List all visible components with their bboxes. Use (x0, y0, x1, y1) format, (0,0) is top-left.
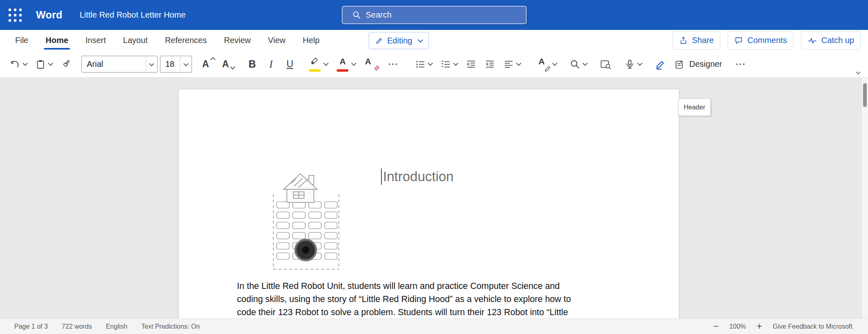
app-name[interactable]: Word (36, 9, 63, 21)
comments-label: Comments (747, 36, 787, 45)
zoom-out-button[interactable]: − (713, 322, 718, 331)
paste-button[interactable] (32, 55, 55, 74)
designer-button[interactable]: Designer (672, 55, 725, 74)
chevron-down-icon (418, 37, 423, 43)
pencil-icon (375, 36, 383, 45)
increase-indent-button[interactable] (482, 55, 498, 74)
page-search-button[interactable] (597, 55, 614, 74)
increase-indent-icon (485, 59, 495, 69)
numbering-button[interactable] (437, 55, 460, 74)
ribbon-tabs: File Home Insert Layout References Revie… (7, 30, 328, 51)
chevron-down-icon (516, 61, 521, 66)
highlight-color-button[interactable] (305, 55, 331, 74)
dictate-button[interactable] (622, 55, 645, 74)
ribbon-tab-row: File Home Insert Layout References Revie… (0, 30, 868, 51)
share-button[interactable]: Share (672, 31, 720, 50)
page-search-icon (600, 59, 611, 70)
paragraph-line: coding skills, using the story of “Littl… (237, 293, 618, 306)
chevron-down-icon (323, 61, 329, 66)
search-input[interactable] (366, 10, 526, 20)
editing-mode-dropdown[interactable]: Editing (369, 32, 429, 49)
feedback-link[interactable]: Give Feedback to Microsoft (773, 323, 852, 330)
microphone-icon (625, 59, 635, 70)
font-name-dropdown[interactable] (146, 56, 157, 72)
decrease-indent-button[interactable] (463, 55, 479, 74)
font-size-combobox[interactable]: 18 (160, 56, 192, 73)
underline-button[interactable]: U (282, 55, 298, 74)
tab-layout[interactable]: Layout (115, 30, 156, 51)
font-name-combobox[interactable]: Arial (81, 56, 158, 73)
document-canvas: Introduction In the Little Red Robot Uni… (0, 78, 868, 318)
find-button[interactable] (567, 55, 590, 74)
tab-home[interactable]: Home (37, 30, 77, 51)
underline-icon: U (286, 59, 293, 70)
styles-button[interactable]: A (534, 55, 559, 74)
highlight-icon (308, 57, 321, 72)
ribbon-collapse-icon (856, 70, 860, 74)
document-title[interactable]: Little Red Robot Letter Home (80, 10, 186, 20)
paragraph-line: In the Little Red Robot Unit, students w… (237, 279, 618, 293)
document-heading[interactable]: Introduction (381, 168, 453, 185)
comments-button[interactable]: Comments (728, 31, 794, 50)
bold-button[interactable]: B (244, 55, 260, 74)
align-icon (503, 59, 514, 69)
chevron-down-icon (428, 61, 433, 66)
zoom-level[interactable]: 100% (729, 323, 746, 330)
font-size-dropdown[interactable] (180, 56, 192, 72)
clear-formatting-button[interactable]: A (361, 55, 382, 74)
ribbon-collapse-button[interactable] (852, 68, 864, 77)
tab-file[interactable]: File (7, 30, 37, 51)
word-count-status[interactable]: 722 words (62, 323, 92, 330)
designer-label: Designer (689, 59, 722, 69)
language-status[interactable]: English (106, 323, 127, 330)
editor-icon (655, 59, 666, 70)
scrollbar-thumb[interactable] (863, 83, 867, 107)
search-box[interactable] (342, 6, 527, 24)
tab-view[interactable]: View (259, 30, 294, 51)
find-icon (570, 59, 580, 70)
bullet-list-icon (415, 59, 426, 69)
chevron-down-icon (453, 61, 458, 66)
italic-button[interactable]: I (263, 55, 279, 74)
text-predictions-status[interactable]: Text Predictions: On (141, 323, 200, 330)
catch-up-button[interactable]: Catch up (801, 31, 861, 50)
chevron-down-icon (23, 61, 28, 66)
shrink-font-button[interactable]: A (219, 55, 237, 74)
chevron-down-icon (351, 61, 356, 66)
font-color-icon: A (336, 57, 349, 72)
vertical-scrollbar[interactable] (861, 78, 868, 318)
page-count-status[interactable]: Page 1 of 3 (14, 323, 48, 330)
numbered-list-icon (440, 59, 451, 69)
tab-help[interactable]: Help (294, 30, 328, 51)
tab-insert[interactable]: Insert (77, 30, 115, 51)
tab-review[interactable]: Review (215, 30, 259, 51)
status-right: − 100% + Give Feedback to Microsoft (713, 322, 852, 331)
styles-icon: A (537, 57, 550, 72)
comments-icon (734, 36, 743, 45)
clipboard-icon (35, 59, 46, 70)
ribbon-toolbar: Arial 18 A A B I U A A ⋯ (0, 51, 868, 78)
header-section-tag[interactable]: Header (678, 98, 711, 116)
document-paragraph[interactable]: In the Little Red Robot Unit, students w… (237, 279, 618, 318)
shrink-font-icon: A (222, 59, 234, 70)
align-button[interactable] (501, 55, 523, 74)
editor-button[interactable] (652, 55, 669, 74)
grow-font-button[interactable]: A (199, 55, 217, 74)
chevron-down-icon (149, 61, 154, 66)
grow-font-icon: A (202, 59, 214, 70)
bullets-button[interactable] (412, 55, 435, 74)
undo-button[interactable] (7, 55, 30, 74)
document-image[interactable] (270, 170, 343, 273)
font-color-button[interactable]: A (333, 55, 358, 74)
zoom-in-button[interactable]: + (757, 322, 762, 331)
app-launcher-button[interactable] (6, 6, 25, 25)
more-toolbar-button[interactable]: ⋯ (732, 55, 749, 74)
tab-references[interactable]: References (156, 30, 215, 51)
pulse-icon (807, 36, 817, 45)
more-font-options-button[interactable]: ⋯ (385, 55, 401, 74)
format-painter-button[interactable] (58, 55, 74, 74)
clear-formatting-icon: A (364, 57, 379, 72)
designer-icon (674, 59, 685, 70)
search-icon (352, 11, 361, 19)
document-page[interactable]: Introduction In the Little Red Robot Uni… (178, 89, 679, 318)
